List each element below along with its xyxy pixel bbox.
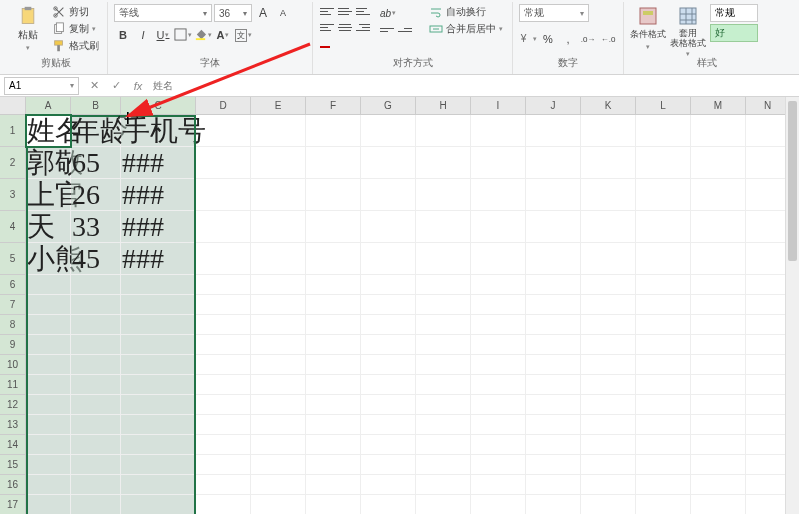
row-header-17[interactable]: 17: [0, 495, 26, 514]
cell-M4[interactable]: [691, 211, 746, 243]
cell-F11[interactable]: [306, 375, 361, 395]
cell-I2[interactable]: [471, 147, 526, 179]
cell-F9[interactable]: [306, 335, 361, 355]
cell-G2[interactable]: [361, 147, 416, 179]
cell-K1[interactable]: [581, 115, 636, 147]
cell-K3[interactable]: [581, 179, 636, 211]
cell-G17[interactable]: [361, 495, 416, 514]
cell-B12[interactable]: [71, 395, 121, 415]
cell-F10[interactable]: [306, 355, 361, 375]
cell-B4[interactable]: 33: [71, 211, 121, 243]
cell-M17[interactable]: [691, 495, 746, 514]
cell-F8[interactable]: [306, 315, 361, 335]
col-header-N[interactable]: N: [746, 97, 790, 115]
style-normal[interactable]: 常规: [710, 4, 758, 22]
increase-decimal-button[interactable]: .0→: [579, 30, 597, 48]
cell-G8[interactable]: [361, 315, 416, 335]
cell-K11[interactable]: [581, 375, 636, 395]
cell-D6[interactable]: [196, 275, 251, 295]
cell-I9[interactable]: [471, 335, 526, 355]
merge-center-button[interactable]: 合并后居中 ▾: [427, 21, 505, 37]
cell-C4[interactable]: ###: [121, 211, 196, 243]
cell-F15[interactable]: [306, 455, 361, 475]
cell-I10[interactable]: [471, 355, 526, 375]
cell-C13[interactable]: [121, 415, 196, 435]
cell-L14[interactable]: [636, 435, 691, 455]
cell-F3[interactable]: [306, 179, 361, 211]
wrap-text-button[interactable]: 自动换行: [427, 4, 505, 20]
cell-F1[interactable]: [306, 115, 361, 147]
cell-K15[interactable]: [581, 455, 636, 475]
col-header-B[interactable]: B: [71, 97, 121, 115]
cell-B3[interactable]: 26: [71, 179, 121, 211]
cell-G7[interactable]: [361, 295, 416, 315]
cell-G12[interactable]: [361, 395, 416, 415]
cancel-formula-button[interactable]: ✕: [85, 79, 103, 92]
cell-J11[interactable]: [526, 375, 581, 395]
cell-F17[interactable]: [306, 495, 361, 514]
increase-font-button[interactable]: A: [254, 4, 272, 22]
cell-I16[interactable]: [471, 475, 526, 495]
cell-H10[interactable]: [416, 355, 471, 375]
cell-N7[interactable]: [746, 295, 790, 315]
row-header-4[interactable]: 4: [0, 211, 26, 243]
cell-L10[interactable]: [636, 355, 691, 375]
cell-F2[interactable]: [306, 147, 361, 179]
col-header-H[interactable]: H: [416, 97, 471, 115]
cell-N16[interactable]: [746, 475, 790, 495]
cell-J13[interactable]: [526, 415, 581, 435]
cell-M15[interactable]: [691, 455, 746, 475]
cell-C8[interactable]: [121, 315, 196, 335]
percent-button[interactable]: %: [539, 30, 557, 48]
cell-B11[interactable]: [71, 375, 121, 395]
row-header-7[interactable]: 7: [0, 295, 26, 315]
decrease-decimal-button[interactable]: ←.0: [599, 30, 617, 48]
cell-M6[interactable]: [691, 275, 746, 295]
cell-A5[interactable]: 小熊: [26, 243, 71, 275]
font-color-button[interactable]: A▾: [214, 26, 232, 44]
format-as-table-button[interactable]: 套用 表格格式 ▾: [670, 4, 706, 52]
cell-G15[interactable]: [361, 455, 416, 475]
row-header-16[interactable]: 16: [0, 475, 26, 495]
cell-A1[interactable]: 姓名: [26, 115, 71, 147]
row-header-2[interactable]: 2: [0, 147, 26, 179]
cell-E8[interactable]: [251, 315, 306, 335]
style-good[interactable]: 好: [710, 24, 758, 42]
cell-I17[interactable]: [471, 495, 526, 514]
cell-A10[interactable]: [26, 355, 71, 375]
scrollbar-thumb[interactable]: [788, 101, 797, 261]
cell-K9[interactable]: [581, 335, 636, 355]
row-header-11[interactable]: 11: [0, 375, 26, 395]
cell-C7[interactable]: [121, 295, 196, 315]
cell-L11[interactable]: [636, 375, 691, 395]
col-header-K[interactable]: K: [581, 97, 636, 115]
cell-H16[interactable]: [416, 475, 471, 495]
cell-L8[interactable]: [636, 315, 691, 335]
cell-I6[interactable]: [471, 275, 526, 295]
row-header-14[interactable]: 14: [0, 435, 26, 455]
cell-A6[interactable]: [26, 275, 71, 295]
row-header-5[interactable]: 5: [0, 243, 26, 275]
cell-K12[interactable]: [581, 395, 636, 415]
font-size-combo[interactable]: 36▾: [214, 4, 252, 22]
phonetic-button[interactable]: 文▾: [234, 26, 252, 44]
align-right-button[interactable]: [355, 20, 371, 34]
cell-E16[interactable]: [251, 475, 306, 495]
accept-formula-button[interactable]: ✓: [107, 79, 125, 92]
cell-L16[interactable]: [636, 475, 691, 495]
cell-D9[interactable]: [196, 335, 251, 355]
cell-H3[interactable]: [416, 179, 471, 211]
cell-E15[interactable]: [251, 455, 306, 475]
cell-E7[interactable]: [251, 295, 306, 315]
cell-H15[interactable]: [416, 455, 471, 475]
row-header-6[interactable]: 6: [0, 275, 26, 295]
cell-K10[interactable]: [581, 355, 636, 375]
cell-E9[interactable]: [251, 335, 306, 355]
cell-M3[interactable]: [691, 179, 746, 211]
cell-K13[interactable]: [581, 415, 636, 435]
paste-button[interactable]: 粘贴 ▾: [10, 4, 46, 52]
cell-L5[interactable]: [636, 243, 691, 275]
cell-E2[interactable]: [251, 147, 306, 179]
cell-G9[interactable]: [361, 335, 416, 355]
cell-K5[interactable]: [581, 243, 636, 275]
